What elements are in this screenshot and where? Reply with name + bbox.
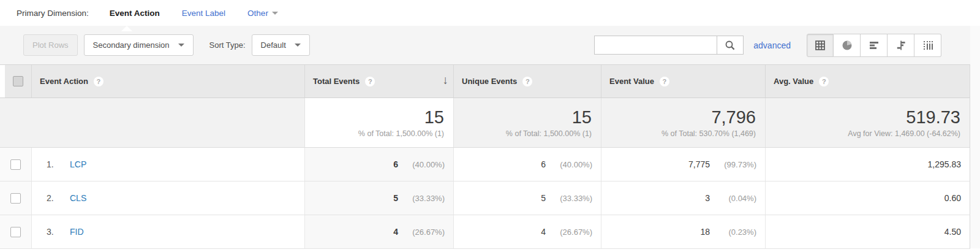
summary-event-action-cell xyxy=(31,98,304,147)
column-header-label: Unique Events xyxy=(462,77,517,86)
table-search xyxy=(594,36,744,55)
summary-value: 15 xyxy=(424,107,444,128)
row-select-cell xyxy=(0,215,31,248)
event-action-link[interactable]: FID xyxy=(70,227,84,237)
sort-type-button[interactable]: Default xyxy=(252,34,310,56)
metric-value: 18 xyxy=(700,227,710,237)
table-view-button[interactable] xyxy=(807,34,834,57)
event-action-cell: 1.LCP xyxy=(31,148,304,181)
sort-type-value: Default xyxy=(261,40,286,50)
row-select-cell xyxy=(0,181,31,215)
summary-note: Avg for View: 1,469.00 (-64.62%) xyxy=(848,129,960,138)
summary-event-value: 7,796 % of Total: 530.70% (1,469) xyxy=(601,98,765,147)
metric-percent: (33.33%) xyxy=(398,194,445,203)
sort-type-label: Sort Type: xyxy=(209,40,246,50)
metric-value: 1,295.83 xyxy=(928,159,962,169)
toolbar-right-group: advanced xyxy=(594,26,941,64)
help-icon[interactable]: ? xyxy=(365,77,375,86)
summary-note: % of Total: 1,500.00% (1) xyxy=(358,129,444,138)
selected-dimension-notch xyxy=(121,26,132,31)
help-icon[interactable]: ? xyxy=(819,77,829,86)
row-checkbox[interactable] xyxy=(10,227,21,237)
page-gutter xyxy=(970,26,980,248)
summary-select-cell xyxy=(0,98,31,147)
column-header-total-events[interactable]: Total Events?↓ xyxy=(304,65,453,97)
column-header-event-value[interactable]: Event Value? xyxy=(601,65,765,97)
total-events-cell: 4(26.67%) xyxy=(304,215,453,248)
pivot-table-icon xyxy=(922,40,933,51)
column-header-avg-value[interactable]: Avg. Value? xyxy=(765,65,970,97)
secondary-dimension-button[interactable]: Secondary dimension xyxy=(84,34,194,56)
summary-value: 7,796 xyxy=(711,107,756,128)
unique-events-cell: 4(26.67%) xyxy=(453,215,601,248)
metric-percent: (99.73%) xyxy=(710,160,756,169)
summary-total-events: 15 % of Total: 1,500.00% (1) xyxy=(304,98,453,147)
metric-value: 5 xyxy=(393,193,398,203)
chevron-down-icon xyxy=(272,12,278,15)
column-header-label: Event Action xyxy=(40,77,88,86)
help-icon[interactable]: ? xyxy=(522,77,532,86)
select-all-cell xyxy=(0,65,31,97)
search-button[interactable] xyxy=(717,36,744,55)
row-index: 2. xyxy=(47,193,64,203)
dimension-tab-event-label[interactable]: Event Label xyxy=(182,9,225,18)
row-index: 1. xyxy=(47,159,64,169)
column-header-event-action[interactable]: Event Action? xyxy=(31,65,304,97)
table-summary-row: 15 % of Total: 1,500.00% (1) 15 % of Tot… xyxy=(0,98,970,148)
row-checkbox[interactable] xyxy=(10,193,21,204)
row-checkbox[interactable] xyxy=(10,159,21,170)
metric-value: 3 xyxy=(705,193,710,203)
event-action-link[interactable]: CLS xyxy=(70,193,86,203)
metric-percent: (33.33%) xyxy=(546,194,592,203)
event-value-cell: 7,775(99.73%) xyxy=(601,148,765,181)
chevron-down-icon xyxy=(295,44,301,47)
search-input[interactable] xyxy=(594,36,717,55)
table-row: 3.FID 4(26.67%) 4(26.67%) 18(0.23%) 4.50 xyxy=(0,215,970,249)
performance-view-button[interactable] xyxy=(861,34,888,57)
dimension-tab-other[interactable]: Other xyxy=(247,9,278,18)
summary-value: 519.73 xyxy=(906,107,960,128)
primary-dimension-label: Primary Dimension: xyxy=(17,9,89,18)
metric-value: 6 xyxy=(541,159,546,169)
metric-percent: (40.00%) xyxy=(398,160,445,169)
table-header-row: Event Action? Total Events?↓ Unique Even… xyxy=(0,64,970,98)
avg-value-cell: 1,295.83 xyxy=(765,148,970,181)
sort-descending-icon[interactable]: ↓ xyxy=(443,74,449,87)
unique-events-cell: 6(40.00%) xyxy=(453,148,601,181)
help-icon[interactable]: ? xyxy=(660,77,669,86)
table-toolbar: Plot Rows Secondary dimension Sort Type:… xyxy=(0,26,970,64)
event-action-cell: 2.CLS xyxy=(31,181,304,215)
column-header-unique-events[interactable]: Unique Events? xyxy=(453,65,601,97)
metric-value: 7,775 xyxy=(688,159,710,169)
metric-value: 0.60 xyxy=(944,193,961,203)
advanced-search-link[interactable]: advanced xyxy=(753,40,791,50)
select-all-checkbox[interactable] xyxy=(13,76,23,86)
pivot-view-button[interactable] xyxy=(914,34,941,57)
help-icon[interactable]: ? xyxy=(94,77,104,86)
summary-unique-events: 15 % of Total: 1,500.00% (1) xyxy=(453,98,601,147)
comparison-view-button[interactable] xyxy=(888,34,914,57)
summary-avg-value: 519.73 Avg for View: 1,469.00 (-64.62%) xyxy=(765,98,970,147)
dimension-tab-event-action[interactable]: Event Action xyxy=(110,9,160,18)
avg-value-cell: 4.50 xyxy=(765,215,970,248)
metric-percent: (40.00%) xyxy=(546,160,592,169)
chevron-down-icon xyxy=(178,44,184,47)
row-index: 3. xyxy=(47,227,64,237)
event-action-cell: 3.FID xyxy=(31,215,304,248)
summary-value: 15 xyxy=(572,107,592,128)
grid-icon xyxy=(815,40,826,51)
comparison-bars-icon xyxy=(895,40,907,51)
metric-value: 6 xyxy=(393,159,398,169)
percentage-view-button[interactable] xyxy=(834,34,861,57)
metric-value: 5 xyxy=(541,193,546,203)
primary-dimension-bar: Primary Dimension: Event Action Event La… xyxy=(0,0,980,26)
metric-percent: (0.23%) xyxy=(710,227,756,237)
column-header-label: Avg. Value xyxy=(774,77,813,86)
plot-rows-button[interactable]: Plot Rows xyxy=(23,34,78,56)
event-action-link[interactable]: LCP xyxy=(70,159,86,169)
column-header-label: Event Value xyxy=(609,77,654,86)
metric-percent: (0.04%) xyxy=(710,194,756,203)
metric-percent: (26.67%) xyxy=(398,227,445,237)
summary-note: % of Total: 1,500.00% (1) xyxy=(506,129,592,138)
events-report-page: Primary Dimension: Event Action Event La… xyxy=(0,0,980,252)
